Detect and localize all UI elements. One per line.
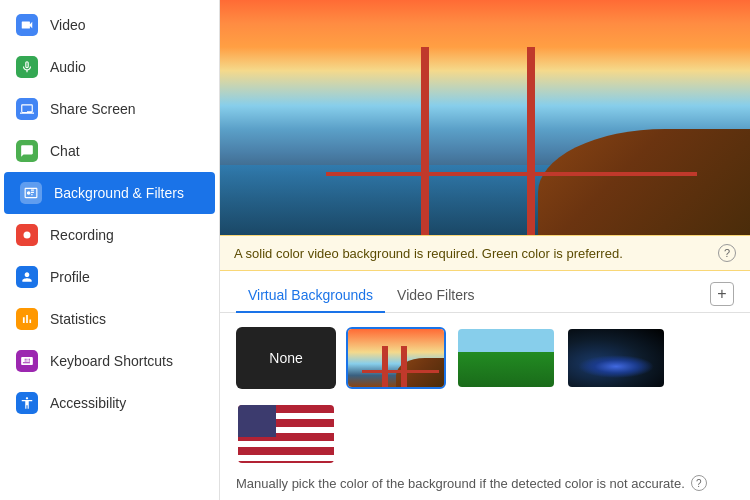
background-grass[interactable] — [456, 327, 556, 389]
sidebar-label-keyboard-shortcuts: Keyboard Shortcuts — [50, 353, 173, 369]
sidebar-item-statistics[interactable]: Statistics — [0, 298, 219, 340]
statistics-icon — [16, 308, 38, 330]
svg-point-0 — [24, 232, 31, 239]
thumbnail-flag — [238, 405, 334, 463]
bridge-tower-right — [527, 47, 535, 235]
sidebar-item-audio[interactable]: Audio — [0, 46, 219, 88]
rocks-terrain — [538, 129, 750, 235]
sidebar-label-recording: Recording — [50, 227, 114, 243]
sidebar-label-background-filters: Background & Filters — [54, 185, 184, 201]
backgrounds-grid: None — [220, 313, 750, 403]
sidebar-item-profile[interactable]: Profile — [0, 256, 219, 298]
video-preview — [220, 0, 750, 235]
bridge-tower-left — [421, 47, 429, 235]
manual-pick-row: Manually pick the color of the backgroun… — [220, 475, 750, 500]
tabs-row: Virtual Backgrounds Video Filters + — [220, 271, 750, 313]
sidebar-item-accessibility[interactable]: Accessibility — [0, 382, 219, 424]
accessibility-icon — [16, 392, 38, 414]
sidebar-item-share-screen[interactable]: Share Screen — [0, 88, 219, 130]
sidebar: Video Audio Share Screen Chat Background… — [0, 0, 220, 500]
preview-image — [220, 0, 750, 235]
tab-virtual-backgrounds[interactable]: Virtual Backgrounds — [236, 279, 385, 313]
manual-pick-info-icon[interactable]: ? — [691, 475, 707, 491]
bridge-deck — [326, 172, 697, 176]
chat-icon — [16, 140, 38, 162]
sidebar-label-chat: Chat — [50, 143, 80, 159]
recording-icon — [16, 224, 38, 246]
audio-icon — [16, 56, 38, 78]
notice-bar: A solid color video background is requir… — [220, 235, 750, 271]
profile-icon — [16, 266, 38, 288]
sidebar-item-recording[interactable]: Recording — [0, 214, 219, 256]
sidebar-label-share-screen: Share Screen — [50, 101, 136, 117]
sidebar-label-statistics: Statistics — [50, 311, 106, 327]
notice-text: A solid color video background is requir… — [234, 246, 623, 261]
sidebar-item-keyboard-shortcuts[interactable]: Keyboard Shortcuts — [0, 340, 219, 382]
background-filters-icon — [20, 182, 42, 204]
sidebar-label-accessibility: Accessibility — [50, 395, 126, 411]
video-icon — [16, 14, 38, 36]
keyboard-shortcuts-icon — [16, 350, 38, 372]
sidebar-label-audio: Audio — [50, 59, 86, 75]
background-space[interactable] — [566, 327, 666, 389]
background-golden-gate[interactable] — [346, 327, 446, 389]
sidebar-item-chat[interactable]: Chat — [0, 130, 219, 172]
share-screen-icon — [16, 98, 38, 120]
add-background-button[interactable]: + — [710, 282, 734, 306]
manual-pick-text: Manually pick the color of the backgroun… — [236, 476, 685, 491]
main-content: A solid color video background is requir… — [220, 0, 750, 500]
thumbnail-space — [568, 329, 664, 387]
sidebar-label-video: Video — [50, 17, 86, 33]
tab-video-filters[interactable]: Video Filters — [385, 279, 487, 313]
sidebar-item-background-filters[interactable]: Background & Filters — [4, 172, 215, 214]
thumbnail-grass — [458, 329, 554, 387]
sidebar-label-profile: Profile — [50, 269, 90, 285]
thumbnail-golden-gate — [348, 329, 444, 387]
background-flag[interactable] — [236, 403, 336, 465]
background-none[interactable]: None — [236, 327, 336, 389]
none-label: None — [269, 350, 302, 366]
sidebar-item-video[interactable]: Video — [0, 4, 219, 46]
backgrounds-grid-row2 — [220, 403, 750, 475]
notice-info-icon[interactable]: ? — [718, 244, 736, 262]
